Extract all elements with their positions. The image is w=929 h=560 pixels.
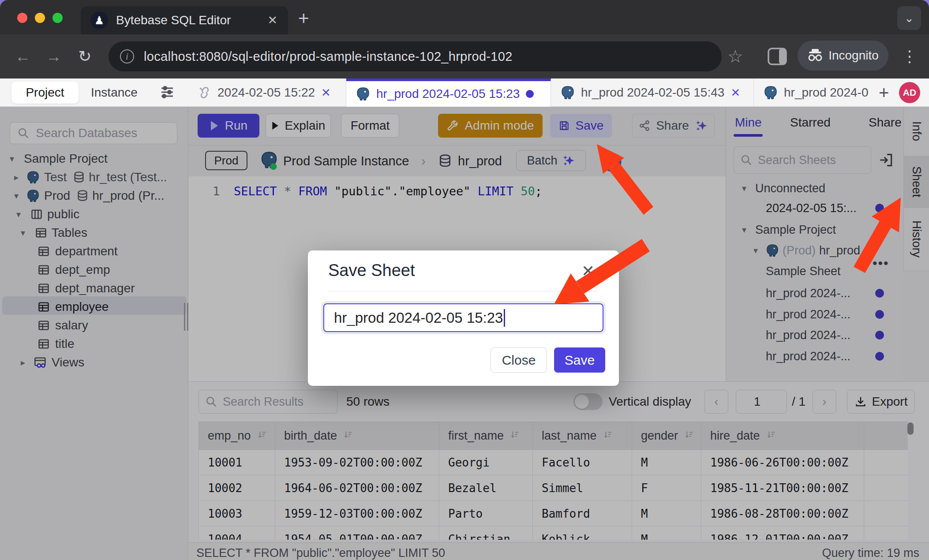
postgres-icon — [356, 87, 370, 101]
editor-tab-label: hr_prod 2024-0 — [784, 86, 868, 100]
back-icon[interactable]: ← — [13, 34, 33, 78]
bytebase-app: Project Instance — [0, 78, 929, 560]
tab-project[interactable]: Project — [11, 82, 79, 104]
tab-instance[interactable]: Instance — [91, 78, 138, 107]
tab-search-button[interactable]: ⌄ — [897, 6, 921, 30]
sheet-name-input[interactable]: hr_prod 2024-02-05 15:23 — [323, 303, 603, 332]
editor-tab-2-active[interactable]: hr_prod 2024-02-05 15:23 — [346, 78, 551, 107]
browser-window: ♟ Bytebase SQL Editor ✕ + ⌄ ← → ↻ i loca… — [0, 0, 929, 560]
close-tab-icon[interactable]: ✕ — [730, 86, 740, 100]
browser-tab-close-icon[interactable]: ✕ — [267, 13, 277, 27]
traffic-light-minimize[interactable] — [35, 13, 45, 23]
forward-icon[interactable]: → — [44, 34, 64, 78]
postgres-icon — [764, 86, 778, 100]
add-tab-icon[interactable]: + — [879, 83, 889, 103]
editor-tab-label: hr_prod 2024-02-05 15:43 — [581, 86, 724, 100]
reload-icon[interactable]: ↻ — [75, 34, 94, 78]
filter-icon[interactable] — [160, 85, 175, 100]
url-text: localhost:8080/sql-editor/prod-sample-in… — [144, 49, 513, 64]
site-info-icon[interactable]: i — [120, 49, 134, 63]
unsaved-dot — [526, 90, 534, 98]
address-bar[interactable]: i localhost:8080/sql-editor/prod-sample-… — [109, 41, 722, 71]
modal-divider — [328, 291, 599, 291]
editor-tab-label: hr_prod 2024-02-05 15:23 — [376, 87, 520, 101]
browser-tabbar: ♟ Bytebase SQL Editor ✕ + ⌄ — [0, 0, 929, 34]
editor-tab-1[interactable]: 2024-02-05 15:22 ✕ — [188, 78, 346, 107]
modal-title: Save Sheet — [328, 261, 415, 280]
postgres-icon — [561, 86, 575, 100]
new-tab-button[interactable]: + — [298, 8, 309, 29]
menu-kebab-icon[interactable]: ⋮ — [900, 34, 919, 78]
traffic-light-close[interactable] — [17, 13, 27, 23]
editor-tab-4[interactable]: hr_prod 2024-0 — [754, 78, 883, 107]
incognito-label: Incognito — [828, 49, 879, 63]
close-tab-icon[interactable]: ✕ — [321, 86, 331, 100]
bookmark-star-icon[interactable]: ☆ — [726, 34, 745, 78]
side-panel-icon[interactable] — [768, 48, 787, 65]
modal-close-button[interactable]: Close — [491, 347, 547, 373]
sheet-name-value: hr_prod 2024-02-05 15:23 — [334, 310, 503, 326]
editor-tab-strip: 2024-02-05 15:22 ✕ hr_prod 2024-02-05 15… — [188, 78, 883, 107]
app-header: Project Instance — [0, 78, 929, 107]
save-sheet-modal: Save Sheet ✕ hr_prod 2024-02-05 15:23 Cl… — [308, 250, 619, 386]
unlink-icon — [198, 86, 211, 99]
traffic-light-zoom[interactable] — [52, 13, 63, 23]
browser-navbar: ← → ↻ i localhost:8080/sql-editor/prod-s… — [0, 34, 929, 78]
avatar[interactable]: AD — [899, 82, 920, 103]
modal-save-button[interactable]: Save — [554, 347, 605, 373]
screen: ♟ Bytebase SQL Editor ✕ + ⌄ ← → ↻ i loca… — [0, 0, 929, 560]
editor-tab-3[interactable]: hr_prod 2024-02-05 15:43 ✕ — [551, 78, 754, 107]
browser-tab[interactable]: ♟ Bytebase SQL Editor ✕ — [81, 6, 288, 34]
modal-close-icon[interactable]: ✕ — [581, 262, 595, 280]
incognito-badge: Incognito — [798, 41, 888, 71]
text-cursor — [504, 309, 505, 327]
editor-tab-label: 2024-02-05 15:22 — [217, 86, 315, 100]
incognito-icon — [807, 49, 823, 62]
bytebase-favicon: ♟ — [90, 11, 108, 29]
browser-tab-title: Bytebase SQL Editor — [116, 13, 267, 27]
